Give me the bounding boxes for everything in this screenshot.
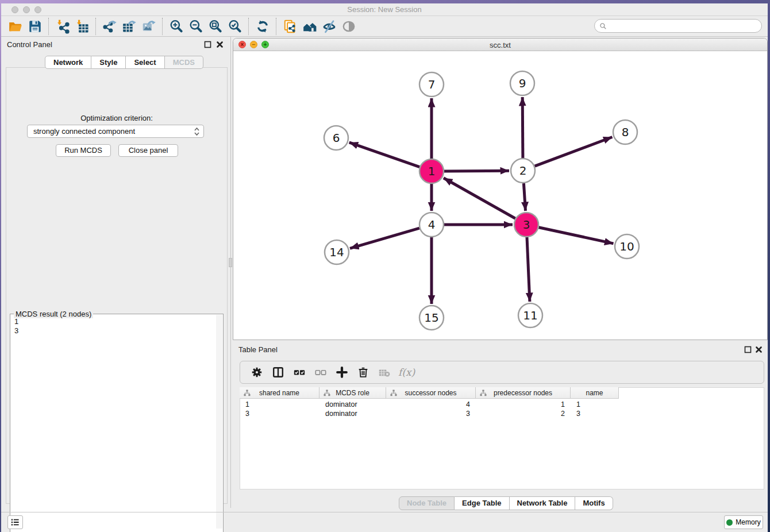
- tab-motifs[interactable]: Motifs: [575, 496, 613, 510]
- graph-node-3[interactable]: 3: [514, 213, 538, 237]
- deselect-all-button[interactable]: [310, 364, 331, 381]
- search-input[interactable]: [609, 21, 761, 30]
- delete-table-button: [374, 364, 395, 381]
- delete-column-icon: [357, 366, 369, 379]
- zoom-out-button[interactable]: [186, 18, 206, 35]
- table-panel: Table Panel f(x) shared name MCDS role s…: [233, 342, 768, 511]
- svg-text:14: 14: [329, 245, 344, 259]
- graph-node-14[interactable]: 14: [325, 240, 349, 264]
- export-image-button[interactable]: [139, 18, 159, 35]
- hierarchy-icon: [244, 390, 251, 396]
- run-mcds-button[interactable]: Run MCDS: [56, 144, 111, 157]
- optimization-select[interactable]: strongly connected component: [27, 125, 204, 138]
- zoom-fit-button[interactable]: [206, 18, 225, 35]
- zoom-fit-icon: [208, 19, 223, 34]
- graph-node-7[interactable]: 7: [419, 72, 444, 97]
- graph-node-8[interactable]: 8: [613, 120, 637, 144]
- column-header-predecessor-nodes[interactable]: predecessor nodes: [476, 387, 571, 399]
- close-panel-button[interactable]: Close panel: [118, 144, 178, 157]
- optimization-value: strongly connected component: [33, 127, 135, 136]
- memory-button[interactable]: Memory: [724, 515, 763, 529]
- graph-edge-4-14[interactable]: [350, 228, 419, 248]
- main-toolbar: [1, 16, 768, 37]
- tab-style[interactable]: Style: [91, 56, 126, 69]
- window-title: Session: New Session: [1, 5, 768, 14]
- graph-edge-2-3[interactable]: [523, 183, 525, 211]
- list-icon: [11, 518, 20, 527]
- tab-network-table[interactable]: Network Table: [510, 496, 576, 510]
- graph-node-9[interactable]: 9: [510, 71, 534, 95]
- tab-edge-table[interactable]: Edge Table: [455, 496, 509, 510]
- search-field[interactable]: [594, 19, 762, 33]
- export-table-button[interactable]: [120, 18, 139, 35]
- graph-node-1[interactable]: 1: [419, 159, 444, 183]
- graph-node-10[interactable]: 10: [615, 234, 639, 259]
- column-header-successor-nodes[interactable]: successor nodes: [386, 387, 476, 399]
- select-all-button[interactable]: [288, 364, 310, 381]
- graph-edge-1-6[interactable]: [349, 142, 420, 167]
- first-neighbors-button[interactable]: [300, 18, 319, 35]
- graph-edge-1-2[interactable]: [444, 171, 509, 171]
- toolbar-separator: [276, 18, 277, 35]
- graph-edge-3-11[interactable]: [527, 237, 530, 302]
- tab-node-table[interactable]: Node Table: [399, 496, 455, 510]
- splitter-handle[interactable]: [229, 258, 232, 267]
- close-table-panel-icon[interactable]: [755, 345, 763, 353]
- export-network-icon: [102, 19, 117, 34]
- network-canvas[interactable]: 7 9 6 8 1 2 4 3 14 10 15 11: [233, 51, 767, 340]
- result-scrollbar[interactable]: [216, 315, 222, 529]
- copy-network-button[interactable]: [280, 18, 300, 35]
- apply-layout-button[interactable]: [253, 18, 272, 35]
- column-header-name[interactable]: name: [571, 387, 619, 399]
- tab-network[interactable]: Network: [45, 56, 91, 69]
- column-header-shared-name[interactable]: shared name: [240, 387, 319, 399]
- mcds-result-title: MCDS result (2 nodes): [14, 310, 93, 318]
- show-all-button[interactable]: [339, 18, 359, 35]
- copy-network-icon: [283, 19, 298, 34]
- svg-text:8: 8: [622, 125, 629, 139]
- cell-successor-nodes: 3: [386, 409, 476, 418]
- float-panel-icon[interactable]: [204, 40, 211, 48]
- table-options-button[interactable]: [246, 364, 267, 381]
- table-row[interactable]: 1dominator411: [240, 400, 764, 409]
- add-column-button[interactable]: [331, 364, 352, 381]
- graph-node-6[interactable]: 6: [324, 126, 348, 150]
- zoom-in-button[interactable]: [167, 18, 186, 35]
- mcds-result-list: 1 3: [14, 317, 18, 336]
- tab-select[interactable]: Select: [126, 56, 164, 69]
- deselect-all-icon: [314, 366, 327, 379]
- import-network-button[interactable]: [53, 18, 72, 35]
- save-session-button[interactable]: [25, 18, 45, 35]
- zoom-in-icon: [169, 19, 184, 34]
- network-window: × − + scc.txt 7 9 6 8 1 2 4 3 14 10 15 1…: [233, 38, 768, 340]
- graph-edge-3-1[interactable]: [444, 178, 515, 218]
- graph-node-15[interactable]: 15: [419, 306, 444, 330]
- float-table-panel-icon[interactable]: [744, 345, 752, 353]
- task-history-button[interactable]: [7, 515, 23, 529]
- open-file-button[interactable]: [6, 18, 25, 35]
- hide-selected-button[interactable]: [319, 18, 339, 35]
- graph-node-2[interactable]: 2: [511, 159, 535, 183]
- zoom-selected-icon: [228, 19, 242, 34]
- export-network-button[interactable]: [100, 18, 120, 35]
- zoom-selected-button[interactable]: [225, 18, 245, 35]
- tab-mcds[interactable]: MCDS: [165, 56, 203, 69]
- save-icon: [28, 19, 43, 34]
- folder-open-icon: [8, 19, 23, 34]
- cell-predecessor-nodes: 2: [476, 409, 571, 418]
- import-table-button[interactable]: [72, 18, 92, 35]
- show-columns-button[interactable]: [267, 364, 288, 381]
- network-titlebar[interactable]: × − + scc.txt: [233, 38, 767, 51]
- graph-edge-2-9[interactable]: [522, 97, 523, 158]
- graph-node-4[interactable]: 4: [419, 213, 444, 237]
- export-image-icon: [141, 19, 156, 34]
- graph-edge-2-8[interactable]: [535, 137, 613, 167]
- graph-edge-3-10[interactable]: [539, 228, 614, 244]
- close-panel-icon[interactable]: [216, 40, 224, 48]
- column-header-MCDS-role[interactable]: MCDS role: [319, 387, 386, 399]
- svg-text:7: 7: [428, 78, 436, 91]
- delete-column-button[interactable]: [352, 364, 374, 381]
- table-row[interactable]: 3dominator323: [240, 409, 764, 418]
- svg-text:4: 4: [428, 218, 436, 232]
- graph-node-11[interactable]: 11: [518, 303, 542, 327]
